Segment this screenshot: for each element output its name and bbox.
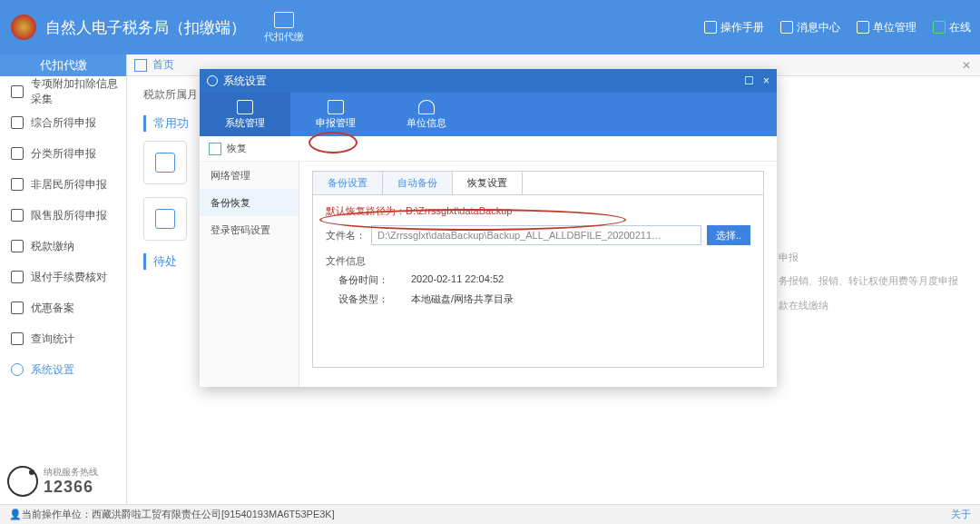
hotline: 纳税服务热线 12366: [7, 466, 98, 497]
side-item-network[interactable]: 网络管理: [200, 162, 299, 189]
default-path-label: 默认恢复路径为：D:\Zrrssglxt\dataBackup: [326, 204, 750, 218]
app-header: 自然人电子税务局（扣缴端） 代扣代缴 操作手册 消息中心 单位管理 在线: [0, 0, 980, 54]
link-manual[interactable]: 操作手册: [704, 20, 764, 35]
sidebar-item-label: 优惠备案: [31, 301, 74, 316]
edit-icon: [155, 209, 175, 229]
about-link[interactable]: 关于: [951, 508, 971, 521]
sidebar-item-comprehensive[interactable]: 综合所得申报: [0, 107, 126, 138]
right-hints: 申报 务报销、报销、转让权使用费等月度申报 款在线缴纳: [779, 245, 958, 317]
tab-auto-backup[interactable]: 自动备份: [383, 172, 453, 194]
dialog-close-icon[interactable]: ×: [763, 74, 769, 87]
sidebar-item-label: 限售股所得申报: [31, 208, 107, 223]
dialog-body: 网络管理 备份恢复 登录密码设置 备份设置 自动备份 恢复设置 默认恢复路径为：…: [200, 162, 777, 387]
toolbar-label: 系统管理: [225, 116, 265, 130]
gear-icon: [11, 363, 24, 376]
tile-shortcut-1[interactable]: [143, 141, 187, 184]
sidebar-item-nonresident[interactable]: 非居民所得申报: [0, 169, 126, 200]
sidebar-item-label: 专项附加扣除信息采集: [31, 76, 126, 107]
search-icon: [11, 332, 24, 345]
link-units-label: 单位管理: [873, 20, 916, 35]
mail-icon: [780, 21, 793, 34]
browse-button[interactable]: 选择..: [707, 225, 750, 245]
device-type-value: 本地磁盘/网络共享目录: [411, 292, 514, 306]
sidebar-item-label: 税款缴纳: [31, 239, 74, 254]
sidebar-item-classified[interactable]: 分类所得申报: [0, 138, 126, 169]
header-right: 操作手册 消息中心 单位管理 在线: [704, 20, 971, 35]
toolbar-label: 单位信息: [407, 116, 446, 130]
sidebar-item-label: 退付手续费核对: [31, 270, 107, 285]
hint-text: 款在线缴纳: [779, 293, 958, 317]
sidebar-item-restricted[interactable]: 限售股所得申报: [0, 200, 126, 231]
hotline-number: 12366: [44, 478, 98, 497]
file-label: 文件名：: [326, 229, 366, 242]
app-logo-icon: [11, 15, 36, 40]
toolbar-unit-info[interactable]: 单位信息: [381, 93, 472, 136]
home-icon: [134, 59, 147, 72]
dialog-title: 系统设置: [223, 74, 267, 89]
tab-home[interactable]: 首页: [152, 57, 174, 73]
subaction-restore[interactable]: 恢复: [227, 142, 247, 155]
file-path-input[interactable]: [371, 225, 701, 245]
dialog-maximize-icon[interactable]: ☐: [744, 74, 754, 87]
backup-time-value: 2020-02-11 22:04:52: [411, 273, 504, 287]
file-info-header: 文件信息: [326, 254, 750, 268]
tab-restore-settings[interactable]: 恢复设置: [453, 172, 523, 194]
user-icon: 👤: [9, 509, 22, 520]
tile-shortcut-2[interactable]: [143, 197, 187, 241]
lock-icon: [237, 100, 253, 114]
sidebar-item-system-settings[interactable]: 系统设置: [0, 354, 126, 385]
link-messages-label: 消息中心: [797, 20, 840, 35]
dialog-toolbar: 系统管理 申报管理 单位信息: [200, 93, 777, 136]
report-icon: [328, 100, 344, 114]
link-online[interactable]: 在线: [933, 20, 971, 35]
list-icon: [857, 21, 869, 34]
wallet-icon: [274, 12, 294, 28]
doc-icon: [11, 147, 24, 160]
toolbar-declare-manage[interactable]: 申报管理: [290, 93, 381, 136]
header-mode-tab[interactable]: 代扣代缴: [264, 12, 304, 44]
current-unit-value: 西藏洪爵啦工贸有限责任公司[91540193MA6T53PE3K]: [92, 508, 335, 521]
device-type-label: 设备类型：: [338, 292, 411, 306]
dialog-titlebar: 系统设置 ☐ ×: [200, 69, 777, 93]
gear-icon: [207, 75, 218, 86]
tab-close-icon[interactable]: ✕: [962, 59, 971, 72]
link-units[interactable]: 单位管理: [857, 20, 916, 35]
doc-icon: [11, 116, 24, 129]
sidebar-item-special-deduction[interactable]: 专项附加扣除信息采集: [0, 76, 126, 107]
side-item-password[interactable]: 登录密码设置: [200, 216, 299, 243]
check-icon: [933, 21, 946, 34]
sidebar: 代扣代缴 专项附加扣除信息采集 综合所得申报 分类所得申报 非居民所得申报 限售…: [0, 54, 127, 504]
sidebar-item-label: 综合所得申报: [31, 115, 96, 131]
book-icon: [704, 21, 717, 34]
link-messages[interactable]: 消息中心: [780, 20, 840, 35]
header-mode-label: 代扣代缴: [264, 30, 304, 44]
sidebar-header: 代扣代缴: [0, 54, 126, 76]
restore-icon: [209, 143, 221, 155]
sidebar-item-tax-payment[interactable]: 税款缴纳: [0, 231, 126, 262]
sidebar-item-preferential[interactable]: 优惠备案: [0, 292, 126, 323]
person-icon: [155, 153, 175, 173]
star-icon: [11, 302, 24, 314]
dialog-subaction-bar: 恢复: [200, 136, 777, 162]
side-item-backup-restore[interactable]: 备份恢复: [200, 189, 299, 216]
chart-icon: [11, 209, 24, 222]
toolbar-system-manage[interactable]: 系统管理: [200, 93, 290, 136]
wallet-icon: [11, 240, 24, 252]
tab-backup-settings[interactable]: 备份设置: [313, 172, 383, 194]
current-unit-prefix: 当前操作单位：: [22, 508, 92, 521]
hotline-icon: [7, 466, 38, 497]
sidebar-item-refund[interactable]: 退付手续费核对: [0, 262, 126, 292]
app-title: 自然人电子税务局（扣缴端）: [45, 17, 246, 38]
toolbar-label: 申报管理: [316, 116, 356, 130]
people-icon: [418, 100, 435, 114]
hint-text: 申报: [779, 245, 958, 269]
hint-text: 务报销、报销、转让权使用费等月度申报: [779, 269, 958, 292]
doc-icon: [11, 178, 24, 191]
sidebar-item-query[interactable]: 查询统计: [0, 323, 126, 354]
settings-dialog: 系统设置 ☐ × 系统管理 申报管理 单位信息 恢复 网络管理 备份恢复 登录密…: [200, 69, 777, 387]
sidebar-item-label: 查询统计: [31, 331, 74, 347]
backup-time-label: 备份时间：: [338, 273, 411, 287]
hotline-caption: 纳税服务热线: [44, 467, 98, 478]
link-online-label: 在线: [949, 20, 971, 35]
inner-tabs: 备份设置 自动备份 恢复设置: [312, 171, 764, 195]
